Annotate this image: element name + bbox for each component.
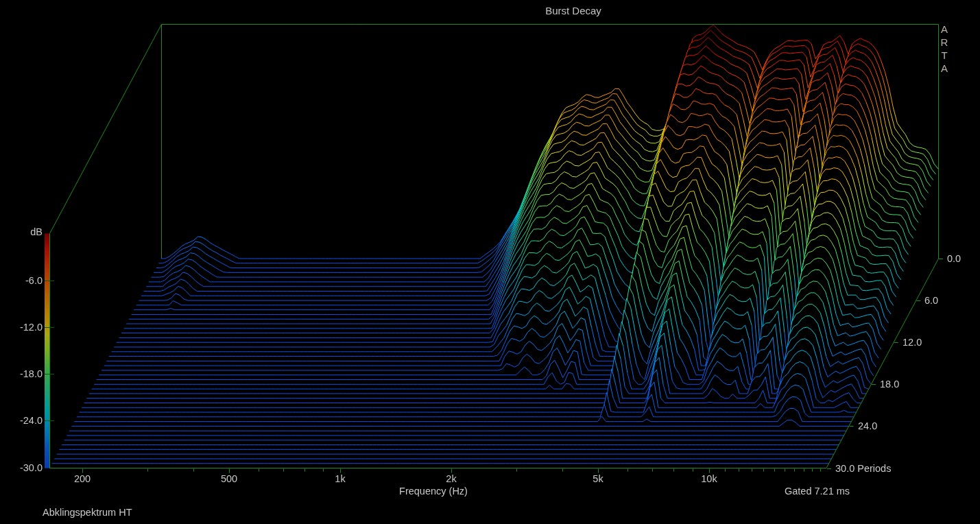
arta-letter: A (941, 24, 948, 35)
periods-tick-label-18: 18.0 (880, 379, 899, 390)
freq-tick-label-1k: 1k (320, 473, 361, 484)
db-axis-unit-label: dB (5, 226, 43, 237)
arta-letter: T (941, 50, 947, 61)
periods-tick-label-30: 30.0 Periods (835, 463, 891, 474)
measurement-name-label: Abklingspektrum HT (43, 507, 132, 518)
db-tick-label--24: -24.0 (5, 415, 43, 426)
arta-letter: A (941, 63, 948, 74)
freq-tick-label-10k: 10k (689, 473, 730, 484)
arta-letter: R (941, 37, 948, 48)
burst-decay-window: Burst Decay A R T A dB Frequency (Hz) Ga… (0, 0, 980, 524)
freq-tick-label-2k: 2k (431, 473, 472, 484)
db-tick-label--18: -18.0 (5, 368, 43, 379)
freq-tick-label-5k: 5k (577, 473, 619, 484)
arta-watermark: A R T A (939, 24, 950, 74)
page-title: Burst Decay (545, 5, 601, 16)
freq-tick-label-200: 200 (62, 473, 103, 484)
frequency-axis-label: Frequency (Hz) (399, 486, 468, 497)
db-tick-label--6: -6.0 (5, 275, 43, 286)
periods-tick-label-12: 12.0 (903, 337, 922, 348)
periods-tick-label-0: 0.0 (947, 253, 961, 264)
periods-tick-label-24: 24.0 (858, 420, 877, 431)
gated-time-label: Gated 7.21 ms (785, 486, 850, 497)
db-tick-label--30: -30.0 (5, 462, 43, 473)
periods-tick-label-6: 6.0 (924, 295, 938, 306)
db-tick-label--12: -12.0 (5, 322, 43, 333)
waterfall-plot-canvas (0, 0, 980, 524)
freq-tick-label-500: 500 (208, 473, 250, 484)
